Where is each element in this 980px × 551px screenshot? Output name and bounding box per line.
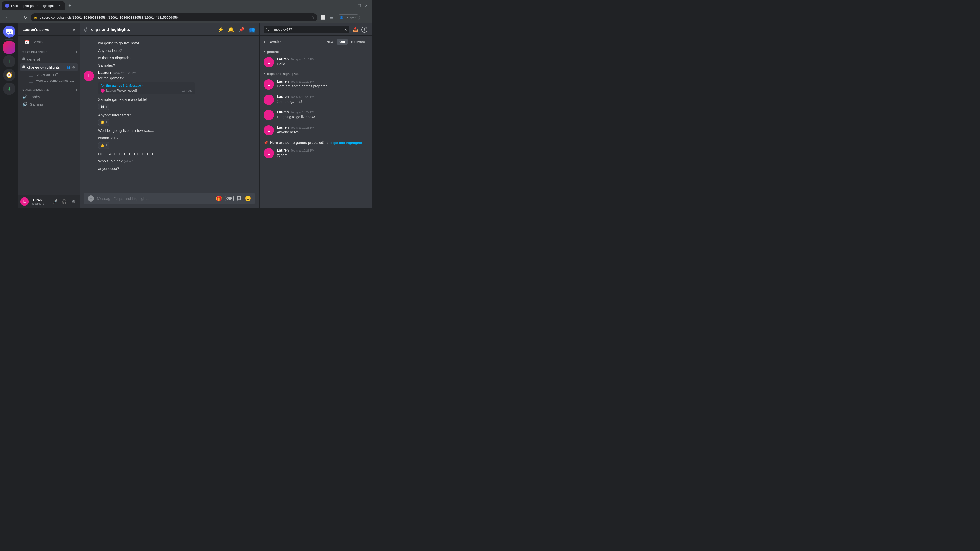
voice-channel-gaming[interactable]: 🔊 Gaming bbox=[21, 100, 78, 108]
speaker-icon-lobby: 🔊 bbox=[22, 94, 27, 99]
lauren-server-icon[interactable] bbox=[3, 41, 15, 54]
svg-text:L: L bbox=[267, 113, 270, 117]
sub-channel-prepared[interactable]: Here are some games p... bbox=[21, 77, 78, 83]
filter-new-button[interactable]: New bbox=[324, 39, 336, 44]
search-result-header: Lauren Today at 10:20 PM bbox=[277, 79, 368, 83]
restore-button[interactable]: ❐ bbox=[356, 3, 363, 9]
channel-sidebar: Lauren's server ∨ 📅 Events TEXT CHANNELS… bbox=[18, 24, 80, 208]
gift-icon[interactable]: 🎁 bbox=[216, 195, 222, 202]
text-channels-label: TEXT CHANNELS bbox=[22, 51, 48, 54]
active-tab[interactable]: Discord | #clips-and-highlights ✕ bbox=[2, 1, 65, 10]
user-info: Lauren moodjoy777 bbox=[30, 198, 49, 205]
reactions-row: 😆 1 bbox=[98, 118, 255, 126]
menu-button[interactable]: ⋮ bbox=[361, 14, 369, 21]
search-result-item[interactable]: L Lauren Today at 10:22 PM I'm going to … bbox=[262, 107, 369, 123]
notifications-icon[interactable]: 🔔 bbox=[228, 27, 234, 33]
filter-old-button[interactable]: Old bbox=[337, 39, 348, 44]
thread-preview[interactable]: for the games? 1 Message › Lauren Welcom… bbox=[98, 82, 255, 94]
add-voice-channel-button[interactable]: + bbox=[75, 87, 78, 92]
search-result-text: Hello bbox=[277, 62, 368, 67]
voice-channels-section[interactable]: VOICE CHANNELS + bbox=[18, 83, 80, 93]
channel-header: # clips-and-highlights ⚡ 🔔 📌 👥 bbox=[80, 24, 259, 36]
search-result-item[interactable]: L Lauren Today at 10:20 PM Here are some… bbox=[262, 77, 369, 92]
lock-icon: 🔒 bbox=[34, 16, 38, 19]
thread-name: for the games? bbox=[100, 84, 124, 87]
message-input-area: + Message #clips-and-highlights 🎁 GIF 🖼 … bbox=[80, 193, 259, 208]
thread-reply-time: 12m ago bbox=[181, 89, 192, 92]
extensions-icon[interactable]: ⬜ bbox=[320, 14, 327, 21]
minimize-button[interactable]: ─ bbox=[349, 3, 355, 9]
search-result-item[interactable]: L Lauren Today at 10:22 PM Join the game… bbox=[262, 92, 369, 107]
svg-text:L: L bbox=[88, 74, 90, 78]
star-icon[interactable]: ☆ bbox=[311, 15, 314, 19]
emoji-icon[interactable]: 😊 bbox=[245, 195, 251, 202]
discord-home-button[interactable] bbox=[3, 25, 15, 38]
reaction-count: 1 bbox=[105, 143, 107, 148]
server-name-header[interactable]: Lauren's server ∨ bbox=[18, 24, 80, 36]
voice-channel-lobby[interactable]: 🔊 Lobby bbox=[21, 93, 78, 100]
refresh-button[interactable]: ↻ bbox=[21, 14, 29, 21]
tab-close-button[interactable]: ✕ bbox=[57, 3, 62, 8]
help-icon[interactable]: ? bbox=[361, 27, 368, 33]
thread-reply-text: Welcomeeee!!!! bbox=[117, 89, 138, 92]
forward-button[interactable]: › bbox=[12, 14, 19, 21]
search-result-header: Lauren Today at 10:18 PM bbox=[277, 57, 368, 61]
address-bar[interactable]: 🔒 discord.com/channels/12091416869538365… bbox=[30, 13, 318, 21]
text-channels-section[interactable]: TEXT CHANNELS + bbox=[18, 46, 80, 56]
channel-name-general: general bbox=[27, 57, 40, 62]
search-result-time: Today at 10:18 PM bbox=[291, 58, 314, 61]
profile-icon[interactable]: ☰ bbox=[328, 14, 335, 21]
filter-relevant-button[interactable]: Relevant bbox=[348, 39, 368, 44]
search-input-wrapper[interactable]: from: moodjoy777 ✕ bbox=[264, 26, 349, 33]
thread-message-count: 1 Message › bbox=[126, 84, 143, 87]
tab-title: Discord | #clips-and-highlights bbox=[11, 4, 56, 8]
pins-icon[interactable]: 📌 bbox=[239, 27, 245, 33]
add-server-button[interactable]: + bbox=[3, 55, 15, 67]
inbox-icon[interactable]: 📥 bbox=[351, 25, 360, 34]
hash-icon: # bbox=[22, 57, 25, 62]
members-icon[interactable]: 👥 bbox=[249, 27, 255, 33]
channel-item-general[interactable]: # general bbox=[21, 56, 78, 63]
search-result-item[interactable]: L Lauren Today at 10:18 PM Hello Jump bbox=[262, 55, 369, 70]
discord-app: + 🧭 ⬇ Lauren's server ∨ 📅 Events TEXT CH… bbox=[0, 24, 372, 208]
user-settings-button[interactable]: ⚙ bbox=[69, 197, 78, 206]
channel-settings-icon[interactable]: ⚙ bbox=[72, 65, 76, 69]
search-clear-button[interactable]: ✕ bbox=[344, 27, 347, 32]
sticker-icon[interactable]: 🖼 bbox=[237, 196, 242, 202]
threads-icon[interactable]: ⚡ bbox=[218, 27, 224, 33]
svg-text:L: L bbox=[24, 200, 26, 203]
sub-channel-games[interactable]: for the games? bbox=[21, 71, 78, 77]
list-item: wanna join? 👍 1 bbox=[84, 135, 255, 149]
search-result-text: I'm going to go live now! bbox=[277, 114, 368, 120]
gif-button[interactable]: GIF bbox=[225, 196, 234, 201]
browser-actions: ⬜ ☰ 👤 Incognito ⋮ bbox=[320, 14, 369, 21]
close-button[interactable]: ✕ bbox=[363, 3, 369, 9]
search-result-time: Today at 10:23 PM bbox=[291, 149, 314, 152]
download-button[interactable]: ⬇ bbox=[3, 83, 15, 95]
voice-channel-name-gaming: Gaming bbox=[30, 102, 43, 106]
explore-servers-button[interactable]: 🧭 bbox=[3, 69, 15, 81]
add-attachment-button[interactable]: + bbox=[88, 195, 94, 202]
reaction-eyes[interactable]: 👀 1 bbox=[98, 103, 110, 110]
sidebar-item-events[interactable]: 📅 Events bbox=[21, 38, 78, 46]
speaker-icon-gaming: 🔊 bbox=[22, 102, 27, 106]
new-tab-button[interactable]: + bbox=[66, 2, 73, 9]
search-result-author: Lauren bbox=[277, 79, 289, 83]
reaction-thumbsup[interactable]: 👍 1 bbox=[98, 142, 110, 149]
reactions-row: 👀 1 bbox=[98, 103, 255, 110]
search-result-header: Lauren Today at 10:23 PM bbox=[277, 125, 368, 129]
search-result-item[interactable]: L Lauren Today at 10:23 PM Anyone here? … bbox=[262, 123, 369, 138]
search-result-text: Anyone here? bbox=[277, 130, 368, 135]
add-text-channel-button[interactable]: + bbox=[75, 50, 78, 54]
back-button[interactable]: ‹ bbox=[3, 14, 10, 21]
deafen-button[interactable]: 🎧 bbox=[60, 197, 68, 206]
reaction-laugh[interactable]: 😆 1 bbox=[98, 119, 110, 126]
user-tag: moodjoy777 bbox=[30, 202, 49, 205]
search-result-item-pinned[interactable]: L Lauren Today at 10:23 PM @here Jump bbox=[262, 146, 369, 161]
channel-item-clips[interactable]: # clips-and-highlights 👥 ⚙ bbox=[21, 63, 78, 71]
message-input[interactable]: Message #clips-and-highlights bbox=[97, 197, 213, 201]
channel-members-icon[interactable]: 👥 bbox=[66, 65, 70, 69]
mute-button[interactable]: 🎤 bbox=[51, 197, 59, 206]
search-header: from: moodjoy777 ✕ 📥 ? bbox=[259, 24, 372, 36]
search-channel-name-clips: clips-and-highlights bbox=[267, 72, 299, 76]
